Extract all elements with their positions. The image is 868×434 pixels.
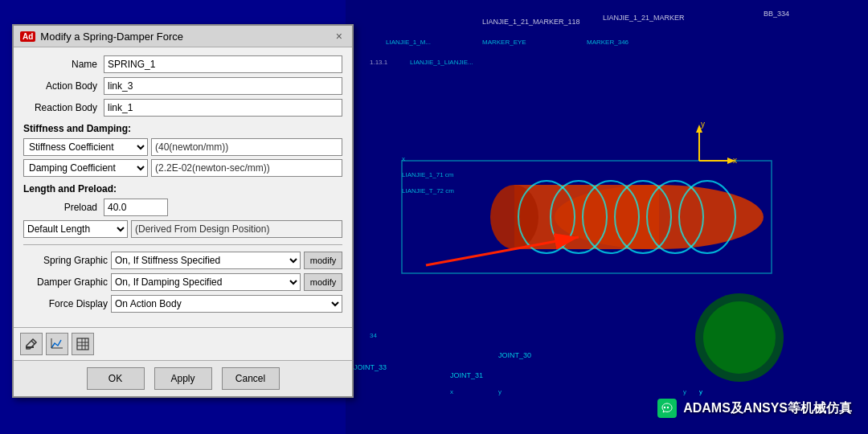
stiffness-type-select[interactable]: Stiffness Coefficient Spring Force [23,138,148,156]
svg-point-51 [664,407,665,408]
edit-icon-button[interactable] [20,333,43,355]
svg-point-7 [583,181,639,253]
action-body-row: Action Body [23,77,342,95]
icon-toolbar [14,327,352,360]
svg-text:MARKER_346: MARKER_346 [587,39,629,46]
title-left: Ad Modify a Spring-Damper Force [20,31,183,43]
dialog-title: Modify a Spring-Damper Force [40,31,183,43]
force-display-row: Force Display On Action Body On Reaction… [23,295,342,313]
length-type-select[interactable]: Default Length User Defined [23,220,128,238]
svg-point-10 [679,181,735,253]
svg-text:y: y [701,120,705,129]
svg-point-8 [615,181,671,253]
dialog: Ad Modify a Spring-Damper Force × Name A… [12,24,354,398]
force-display-select[interactable]: On Action Body On Reaction Body On Dampi… [111,295,342,313]
watermark-text: ADAMS及ANSYS等机械仿真 [683,400,852,417]
damper-graphic-row: Damper Graphic On, If Damping Specified … [23,273,342,291]
svg-text:x: x [733,156,737,165]
watermark: ADAMS及ANSYS等机械仿真 [657,399,852,418]
length-preload-section: Length and Preload: [23,183,342,194]
damper-graphic-label: Damper Graphic [23,276,108,288]
svg-text:MARKER_EYE: MARKER_EYE [482,39,526,46]
stiffness-damping-section: Stiffness and Damping: [23,123,342,134]
damper-graphic-select[interactable]: On, If Damping Specified On Off [111,273,301,291]
svg-point-52 [667,407,669,408]
svg-text:LIANJIE_1_LIANJIE...: LIANJIE_1_LIANJIE... [410,59,473,66]
cancel-button[interactable]: Cancel [222,367,280,390]
svg-text:y: y [498,388,502,395]
svg-point-4 [490,185,538,249]
svg-text:1.13.1: 1.13.1 [370,59,388,66]
svg-text:BB_334: BB_334 [764,10,789,18]
reaction-body-label: Reaction Body [23,102,104,113]
svg-point-6 [551,181,607,253]
svg-point-18 [695,293,784,382]
svg-text:LIANJIE_1_71 cm: LIANJIE_1_71 cm [402,171,454,178]
spring-graphic-label: Spring Graphic [23,255,108,266]
reaction-body-input[interactable] [104,99,342,117]
svg-text:LIANJIE_T_72 cm: LIANJIE_T_72 cm [402,187,454,194]
damping-row: Damping Coefficient Damping Force [23,159,342,177]
svg-point-9 [647,181,703,253]
svg-text:x: x [450,388,453,395]
dialog-body: Name Action Body Reaction Body Stiffness… [14,47,352,327]
damper-modify-button[interactable]: modify [304,273,342,291]
ok-button[interactable]: OK [87,367,145,390]
length-value-input [131,220,342,238]
svg-text:x: x [402,155,405,162]
svg-text:LIANJIE_1_21_MARKER: LIANJIE_1_21_MARKER [603,14,685,22]
stiffness-value-input[interactable] [151,138,342,156]
length-row: Default Length User Defined [23,220,342,238]
svg-marker-13 [696,125,702,133]
svg-text:JOINT_31: JOINT_31 [450,371,483,379]
svg-text:34: 34 [370,332,377,339]
svg-marker-15 [727,158,735,164]
reaction-body-row: Reaction Body [23,99,342,117]
table-icon-button[interactable] [72,333,94,355]
svg-text:y: y [683,388,686,395]
ad-badge: Ad [20,31,35,42]
name-row: Name [23,55,342,73]
svg-line-43 [31,341,35,344]
svg-rect-46 [77,338,88,350]
close-button[interactable]: × [333,30,346,43]
name-label: Name [23,59,104,70]
spring-graphic-row: Spring Graphic On, If Stiffness Specifie… [23,252,342,269]
svg-rect-11 [402,161,772,273]
dialog-buttons: OK Apply Cancel [14,360,352,396]
svg-point-19 [703,301,776,374]
spring-modify-button[interactable]: modify [304,252,342,269]
preload-label: Preload [23,202,104,213]
svg-line-38 [426,237,579,265]
svg-text:y: y [699,388,702,395]
svg-text:LIANJIE_1_M...: LIANJIE_1_M... [386,39,431,46]
damping-value-input[interactable] [151,159,342,177]
spring-graphic-select[interactable]: On, If Stiffness Specified On Off [111,252,301,269]
apply-button[interactable]: Apply [154,367,212,390]
damping-type-select[interactable]: Damping Coefficient Damping Force [23,159,148,177]
name-input[interactable] [104,55,342,73]
force-display-label: Force Display [23,298,108,309]
stiffness-row: Stiffness Coefficient Spring Force [23,138,342,156]
action-body-label: Action Body [23,80,104,92]
dialog-titlebar: Ad Modify a Spring-Damper Force × [14,26,352,47]
wechat-icon [657,399,677,418]
svg-rect-3 [514,185,659,249]
svg-point-2 [555,185,764,249]
action-body-input[interactable] [104,77,342,95]
preload-row: Preload [23,199,342,216]
svg-text:LIANJIE_1_21_MARKER_118: LIANJIE_1_21_MARKER_118 [482,18,580,26]
preload-input[interactable] [104,199,168,216]
svg-rect-1 [346,0,868,434]
svg-text:JOINT_30: JOINT_30 [498,351,531,359]
separator [23,244,342,245]
graph-icon-button[interactable] [46,333,68,355]
svg-point-5 [518,181,575,253]
svg-text:JOINT_33: JOINT_33 [354,363,387,371]
